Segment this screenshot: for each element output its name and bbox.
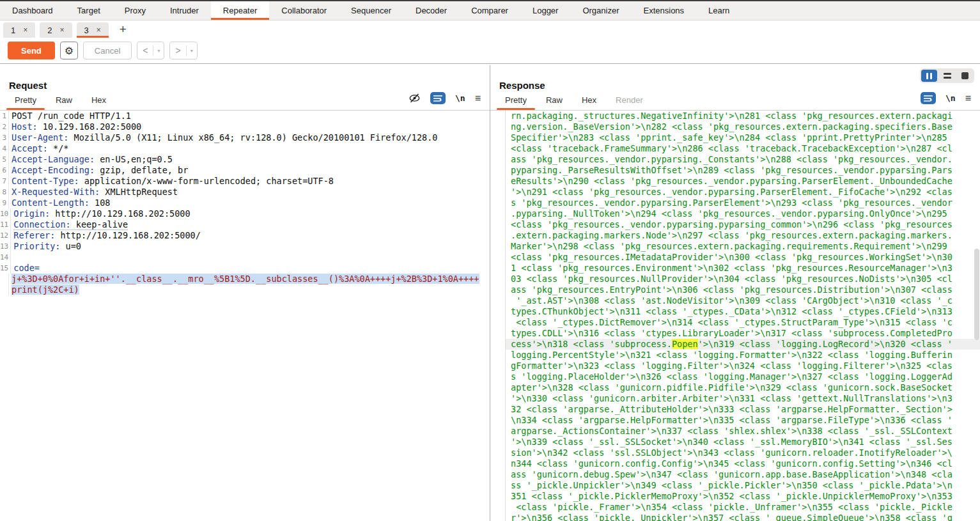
editor-menu-icon[interactable]: ≡ bbox=[475, 93, 481, 104]
response-line: 1 <class 'pkg_resources.Environment'>\n3… bbox=[490, 263, 980, 274]
line-text: n344 <class 'gunicorn.config.Config'>\n3… bbox=[506, 458, 980, 469]
cancel-button[interactable]: Cancel bbox=[83, 42, 132, 59]
line-text: User-Agent: Mozilla/5.0 (X11; Linux x86_… bbox=[9, 132, 437, 143]
line-text: s 'logging.PlaceHolder'>\n326 <class 'lo… bbox=[506, 371, 980, 382]
response-scrollbar[interactable] bbox=[974, 249, 979, 340]
menu-item-collaborator[interactable]: Collaborator bbox=[269, 1, 339, 20]
line-number: 9 bbox=[0, 198, 9, 208]
line-text: Origin: http://10.129.168.202:5000 bbox=[11, 208, 190, 219]
line-gutter bbox=[490, 480, 506, 491]
menu-item-decoder[interactable]: Decoder bbox=[403, 1, 459, 20]
response-line: 03 <class 'pkg_resources.NullProvider'>\… bbox=[490, 274, 980, 284]
forward-request-button[interactable]: > ▾ bbox=[169, 42, 197, 59]
line-number: 8 bbox=[0, 187, 9, 198]
repeater-tab-2[interactable]: 2× bbox=[40, 22, 72, 38]
close-tab-icon[interactable]: × bbox=[97, 26, 101, 34]
line-gutter bbox=[490, 469, 506, 480]
line-text: <class 'traceback.FrameSummary'>\n286 <c… bbox=[506, 143, 980, 154]
line-text: ass 'pkg_resources.EntryPoint'>\n306 <cl… bbox=[506, 284, 980, 295]
menu-item-logger[interactable]: Logger bbox=[520, 1, 570, 20]
request-view-tabs: PrettyRawHex bbox=[5, 91, 116, 110]
line-gutter bbox=[490, 361, 506, 371]
response-line: eResults'>\n290 <class 'pkg_resources._v… bbox=[490, 176, 980, 187]
response-line: \n334 <class 'argparse.HelpFormatter'>\n… bbox=[490, 415, 980, 426]
tab-label: 1 bbox=[11, 26, 15, 35]
newline-toggle[interactable]: \n bbox=[455, 93, 465, 103]
line-gutter bbox=[490, 491, 506, 502]
line-text: code= bbox=[11, 263, 40, 274]
tab-raw[interactable]: Raw bbox=[536, 91, 572, 110]
request-body-line: j+%3D+0%0Afor+i+in+''.__class__.__mro__%… bbox=[0, 274, 490, 284]
line-gutter bbox=[490, 437, 506, 447]
line-gutter bbox=[490, 339, 506, 350]
back-request-button[interactable]: < ▾ bbox=[137, 42, 164, 59]
tab-hex[interactable]: Hex bbox=[572, 91, 606, 110]
line-number bbox=[0, 284, 9, 295]
line-gutter bbox=[490, 132, 506, 143]
menu-item-intruder[interactable]: Intruder bbox=[158, 1, 211, 20]
line-text bbox=[11, 252, 13, 263]
soft-wrap-toggle[interactable] bbox=[921, 92, 936, 104]
tab-raw[interactable]: Raw bbox=[46, 91, 82, 110]
menu-item-comparer[interactable]: Comparer bbox=[459, 1, 520, 20]
response-line: 32 <class 'argparse._AttributeHolder'>\n… bbox=[490, 404, 980, 415]
line-gutter bbox=[490, 187, 506, 198]
line-number: 14 bbox=[0, 252, 11, 263]
repeater-tab-1[interactable]: 1× bbox=[3, 22, 35, 38]
menu-item-proxy[interactable]: Proxy bbox=[113, 1, 158, 20]
repeater-tab-bar: 1×2×3×+ bbox=[0, 20, 980, 38]
line-gutter bbox=[490, 176, 506, 187]
send-settings-button[interactable]: ⚙ bbox=[60, 42, 78, 59]
line-gutter bbox=[490, 154, 506, 165]
request-line: 8X-Requested-With: XMLHttpRequest bbox=[0, 187, 490, 198]
hide-nonprintable-button[interactable] bbox=[408, 93, 421, 104]
response-view-tabs: PrettyRawHexRender bbox=[495, 91, 653, 110]
line-text: X-Requested-With: XMLHttpRequest bbox=[9, 187, 178, 198]
menu-item-dashboard[interactable]: Dashboard bbox=[0, 1, 65, 20]
add-tab-button[interactable]: + bbox=[113, 22, 133, 38]
menu-item-target[interactable]: Target bbox=[65, 1, 113, 20]
menu-item-extensions[interactable]: Extensions bbox=[632, 1, 697, 20]
tab-pretty[interactable]: Pretty bbox=[495, 91, 536, 110]
line-text: apter'>\n328 <class 'gunicorn.pidfile.Pi… bbox=[506, 382, 980, 393]
selected-body-text: print(j%2C+i) bbox=[12, 284, 79, 295]
line-gutter bbox=[490, 111, 506, 121]
response-line: ng.version._BaseVersion'>\n282 <class 'p… bbox=[490, 121, 980, 132]
menu-item-sequencer[interactable]: Sequencer bbox=[339, 1, 403, 20]
line-text: ass 'pkg_resources._vendor.pyparsing._Co… bbox=[506, 154, 980, 165]
response-line: rn.packaging._structures.NegativeInfinit… bbox=[490, 111, 980, 121]
soft-wrap-toggle[interactable] bbox=[430, 92, 446, 104]
request-line: 7Content-Type: application/x-www-form-ur… bbox=[0, 176, 490, 187]
newline-toggle[interactable]: \n bbox=[945, 93, 956, 103]
search-match: Popen bbox=[672, 339, 698, 349]
menu-item-repeater[interactable]: Repeater bbox=[211, 1, 269, 20]
menu-item-organizer[interactable]: Organizer bbox=[570, 1, 631, 20]
chevron-down-icon[interactable]: ▾ bbox=[187, 48, 197, 54]
line-text: j+%3D+0%0Afor+i+in+''.__class__.__mro__%… bbox=[9, 274, 479, 284]
response-editor[interactable]: rn.packaging._structures.NegativeInfinit… bbox=[490, 111, 980, 521]
repeater-tab-3[interactable]: 3× bbox=[77, 22, 109, 38]
response-line: <class 'pkg_resources.IMetadataProvider'… bbox=[490, 252, 980, 263]
line-text: logging.PercentStyle'>\n321 <class 'logg… bbox=[506, 350, 980, 361]
line-gutter bbox=[490, 513, 506, 521]
line-text: \n334 <class 'argparse.HelpFormatter'>\n… bbox=[506, 415, 980, 426]
response-line: ass 'pkg_resources._vendor.pyparsing._Co… bbox=[490, 154, 980, 165]
tab-render[interactable]: Render bbox=[606, 91, 653, 110]
editor-menu-icon[interactable]: ≡ bbox=[965, 93, 971, 104]
tab-hex[interactable]: Hex bbox=[82, 91, 116, 110]
close-tab-icon[interactable]: × bbox=[59, 26, 64, 34]
request-editor[interactable]: 1POST /run_code HTTP/1.12Host: 10.129.16… bbox=[0, 111, 490, 521]
line-gutter bbox=[490, 371, 506, 382]
tab-pretty[interactable]: Pretty bbox=[5, 91, 46, 110]
send-button[interactable]: Send bbox=[8, 42, 55, 59]
line-gutter bbox=[490, 328, 506, 339]
line-text: <class 'pkg_resources.IMetadataProvider'… bbox=[506, 252, 980, 263]
chevron-down-icon[interactable]: ▾ bbox=[153, 48, 164, 54]
menu-item-learn[interactable]: Learn bbox=[696, 1, 742, 20]
close-tab-icon[interactable]: × bbox=[23, 26, 27, 34]
line-text: rn.packaging._structures.NegativeInfinit… bbox=[506, 111, 980, 121]
response-title: Response bbox=[499, 80, 545, 91]
line-text: '>\n291 <class 'pkg_resources._vendor.py… bbox=[506, 187, 980, 198]
line-text: cess'>\n318 <class 'subprocess.Popen'>\n… bbox=[506, 339, 980, 350]
line-text: Referer: http://10.129.168.202:5000/ bbox=[11, 230, 201, 241]
